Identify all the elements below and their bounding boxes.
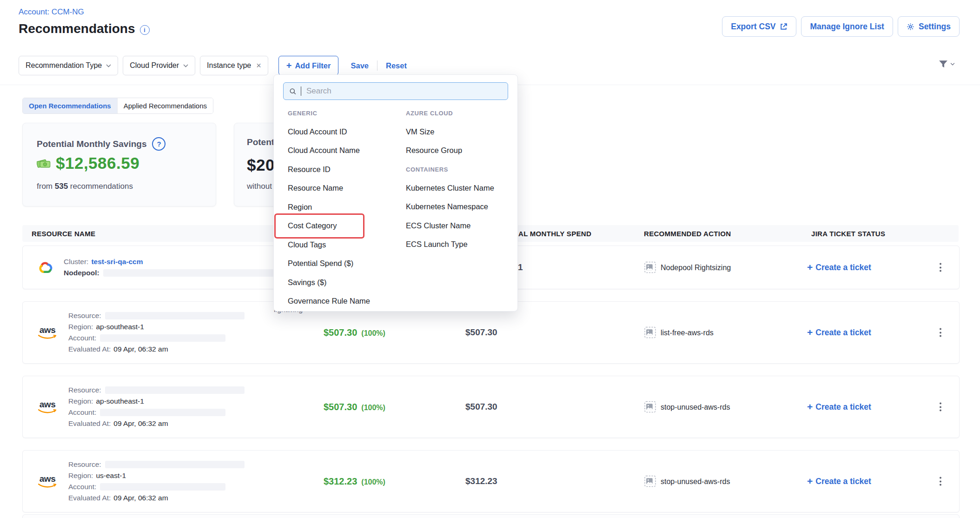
filter-section-header: AZURE CLOUD <box>406 104 508 122</box>
tab-applied-recommendations[interactable]: Applied Recommendations <box>117 98 213 113</box>
row-menu-icon[interactable] <box>937 474 944 489</box>
filter-option[interactable]: Cloud Account ID <box>288 122 397 141</box>
export-csv-label: Export CSV <box>731 22 775 32</box>
recommended-action-label: stop-unused-aws-rds <box>661 477 730 485</box>
region-value: us-east-1 <box>96 472 126 479</box>
create-ticket-label: Create a ticket <box>815 263 871 272</box>
filter-option[interactable]: Cost Category <box>288 217 397 236</box>
search-icon <box>289 87 297 95</box>
nodepool-line: Nodepool: <box>64 269 282 277</box>
tab-open-recommendations[interactable]: Open Recommendations <box>23 98 117 113</box>
export-csv-button[interactable]: Export CSV <box>722 16 796 37</box>
column-header-jira-ticket-status: JIRA TICKET STATUS <box>811 230 885 238</box>
filter-option[interactable]: ECS Launch Type <box>406 235 508 254</box>
external-link-icon <box>780 23 788 31</box>
row-menu-icon[interactable] <box>937 325 944 340</box>
breadcrumb[interactable]: Account: CCM-NG <box>19 7 84 17</box>
plus-icon: + <box>807 327 813 338</box>
filter-option[interactable]: Potential Spend ($) <box>288 254 397 273</box>
chevron-down-icon <box>950 63 955 66</box>
create-ticket-label: Create a ticket <box>815 402 871 412</box>
column-header-resource-name: RESOURCE NAME <box>32 230 95 238</box>
gear-icon <box>907 23 914 31</box>
recommended-action-label: Nodepool Rightsizing <box>661 263 731 272</box>
plus-icon: + <box>807 401 813 412</box>
chip-label: Cloud Provider <box>130 61 179 70</box>
filter-chip-instance-type[interactable]: Instance type × <box>200 56 268 75</box>
filter-chip-cloud-provider[interactable]: Cloud Provider <box>123 56 195 75</box>
settings-label: Settings <box>919 22 951 32</box>
potential-savings-cell: $507.30(100%) <box>324 402 385 412</box>
savings-subtitle: from 535 recommendations <box>37 182 133 191</box>
redacted-value <box>105 386 245 394</box>
redacted-value <box>100 483 225 491</box>
evaluated-at-value: 09 Apr, 06:32 am <box>113 345 168 353</box>
plus-icon: + <box>286 60 292 71</box>
create-ticket-button[interactable]: + Create a ticket <box>807 476 871 487</box>
row-menu-icon[interactable] <box>937 400 944 414</box>
card-title: Potent <box>247 137 274 147</box>
help-icon[interactable]: ? <box>152 137 166 151</box>
search-box[interactable] <box>283 82 508 100</box>
table-row[interactable]: aws Resource: Region:us-east-1 Account: … <box>22 450 960 512</box>
filter-options-column-right: AZURE CLOUDVM SizeResource GroupCONTAINE… <box>406 104 508 254</box>
info-icon[interactable]: i <box>140 25 150 35</box>
filter-option[interactable]: VM Size <box>406 122 508 141</box>
filter-option[interactable]: Resource ID <box>288 160 397 179</box>
save-filter-button[interactable]: Save <box>351 61 369 70</box>
plus-icon: + <box>807 476 813 487</box>
card-subtitle: without <box>247 182 272 191</box>
chip-label: Instance type <box>207 61 251 70</box>
potential-savings-cell: $507.30(100%) <box>324 327 385 338</box>
filter-option[interactable]: Cloud Account Name <box>288 141 397 160</box>
region-value: ap-southeast-1 <box>96 397 144 405</box>
filter-option[interactable]: Cloud Tags <box>288 235 397 254</box>
potential-monthly-savings-card: Potential Monthly Savings ? $12,586.59 f… <box>22 123 216 206</box>
create-ticket-button[interactable]: + Create a ticket <box>807 262 871 273</box>
aws-icon: aws <box>37 325 58 339</box>
filter-option[interactable]: Resource Name <box>288 179 397 198</box>
total-spend-value: $507.30 <box>465 327 497 338</box>
filter-section-header: GENERIC <box>288 104 397 122</box>
total-spend-value: 1 <box>518 262 523 272</box>
filter-option[interactable]: Kubernetes Cluster Name <box>406 179 508 198</box>
cluster-line: Cluster:test-sri-qa-ccm <box>64 258 282 266</box>
table-row[interactable]: aws Resource: Region:ap-southeast-1 Acco… <box>22 376 960 438</box>
search-input[interactable] <box>305 86 502 96</box>
manage-ignore-list-label: Manage Ignore List <box>810 22 884 32</box>
filter-option[interactable]: Governance Rule Name <box>288 292 397 311</box>
settings-button[interactable]: Settings <box>898 16 960 37</box>
image-placeholder-icon <box>644 262 656 273</box>
redacted-value <box>103 269 282 277</box>
row-menu-icon[interactable] <box>937 260 944 275</box>
filter-panel-toggle[interactable] <box>939 60 955 68</box>
manage-ignore-list-button[interactable]: Manage Ignore List <box>801 16 893 37</box>
create-ticket-button[interactable]: + Create a ticket <box>807 401 871 412</box>
filter-chip-recommendation-type[interactable]: Recommendation Type <box>19 56 118 75</box>
aws-icon: aws <box>37 474 58 488</box>
filter-option[interactable]: Resource Group <box>406 141 508 160</box>
create-ticket-label: Create a ticket <box>815 328 871 338</box>
filter-options-column-left: GENERICCloud Account IDCloud Account Nam… <box>288 104 397 311</box>
filter-option[interactable]: Savings ($) <box>288 273 397 292</box>
image-placeholder-icon <box>644 327 656 339</box>
cluster-link[interactable]: test-sri-qa-ccm <box>91 258 143 266</box>
evaluated-at-value: 09 Apr, 06:32 am <box>113 494 168 502</box>
redacted-value <box>105 312 245 319</box>
chevron-down-icon <box>183 64 188 67</box>
create-ticket-button[interactable]: + Create a ticket <box>807 327 871 338</box>
remove-filter-icon[interactable]: × <box>256 61 261 70</box>
add-filter-button[interactable]: + Add Filter <box>278 56 339 75</box>
image-placeholder-icon <box>644 476 656 487</box>
funnel-icon <box>939 60 948 68</box>
aws-icon: aws <box>37 400 58 414</box>
add-filter-dropdown: GENERICCloud Account IDCloud Account Nam… <box>273 74 518 312</box>
reset-filter-button[interactable]: Reset <box>386 61 407 70</box>
filter-option[interactable]: Kubernetes Namespace <box>406 198 508 217</box>
filter-option[interactable]: ECS Cluster Name <box>406 216 508 235</box>
chevron-down-icon <box>106 64 111 67</box>
table-row[interactable] <box>22 514 960 518</box>
page-title: Recommendations <box>19 21 135 36</box>
gcp-icon <box>37 260 53 274</box>
filter-option[interactable]: Region <box>288 198 397 217</box>
